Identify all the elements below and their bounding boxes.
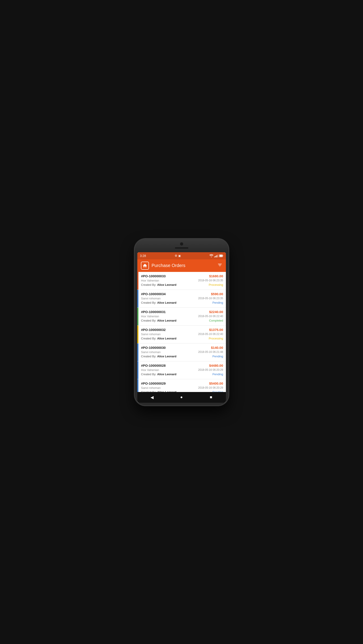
order-amount: $590.00 [183,292,223,296]
order-item[interactable]: #PO-100000029 $5400.00 Sanvi rohoman 201… [137,379,226,392]
app-bar-title: Purchase Orders [152,263,215,268]
order-item[interactable]: #PO-100000028 $4480.00 Hox Vahenian 2018… [137,361,226,379]
phone-frame: 3:28 ⚙ ▣ [135,239,228,406]
camera-dot [180,242,184,246]
order-item[interactable]: #PO-100000034 $590.00 Sanvi rohoman 2018… [137,290,226,308]
bottom-nav: ◀ ● ■ [137,392,226,403]
order-creator: Created By: Alice Leonard [141,283,182,287]
order-content: #PO-100000028 $4480.00 Hox Vahenian 2018… [138,361,226,379]
sim-icon: ▣ [178,254,181,258]
battery-icon [219,254,223,257]
order-date: 2018-05-16 06:20:29 [183,386,223,390]
order-date: 2018-05-16 06:22:40 [183,314,223,319]
order-id: #PO-100000028 [141,364,182,368]
order-status: Pending [183,355,223,359]
order-creator: Created By: Alice Leonard [141,319,182,323]
volume-down-button[interactable] [228,284,228,292]
order-id: #PO-100000034 [141,292,182,296]
speaker-slot [175,247,188,249]
order-vendor: Sanvi rohoman [141,332,182,336]
order-id: #PO-100000030 [141,346,182,350]
order-content: #PO-100000030 $140.00 Sanvi rohoman 2018… [138,344,226,361]
order-item[interactable]: #PO-100000031 $2240.00 Hox Vahenian 2018… [137,308,226,326]
order-item[interactable]: #PO-100000033 $1680.00 Hox Vahenian 2018… [137,272,226,290]
signal-icon [214,254,218,258]
volume-up-button[interactable] [228,272,228,281]
status-right-icons [209,254,223,258]
order-amount: $1680.00 [183,274,223,278]
order-creator: Created By: Alice Leonard [141,390,182,392]
gear-icon: ⚙ [175,254,177,258]
back-button[interactable]: ◀ [148,393,156,402]
app-bar: Purchase Orders [137,260,226,272]
order-amount: $1375.00 [183,328,223,332]
order-status: Pending [183,372,223,376]
order-status: Processing [183,337,223,341]
order-date: 2018-05-16 06:22:40 [183,332,223,336]
order-status: Processing [183,283,223,287]
home-button[interactable]: ● [177,393,186,402]
order-item[interactable]: #PO-100000030 $140.00 Sanvi rohoman 2018… [137,344,226,361]
order-vendor: Sanvi rohoman [141,350,182,354]
status-time: 3:28 [140,254,146,258]
order-status: Completed [183,319,223,323]
order-content: #PO-100000034 $590.00 Sanvi rohoman 2018… [138,290,226,308]
order-vendor: Hox Vahenian [141,368,182,372]
order-id: #PO-100000033 [141,274,182,278]
phone-screen: 3:28 ⚙ ▣ [137,252,226,403]
app-icon [141,262,149,270]
camera-area [175,242,188,249]
order-vendor: Sanvi rohoman [141,386,182,390]
order-amount: $5400.00 [183,382,223,386]
order-vendor: Hox Vahenian [141,279,182,283]
order-creator: Created By: Alice Leonard [141,301,182,305]
order-status: Pending [183,390,223,392]
order-id: #PO-100000029 [141,382,182,386]
order-date: 2018-05-16 06:21:48 [183,350,223,354]
order-content: #PO-100000033 $1680.00 Hox Vahenian 2018… [138,272,226,290]
wifi-icon [209,254,213,258]
status-bar: 3:28 ⚙ ▣ [137,252,226,260]
order-vendor: Hox Vahenian [141,314,182,319]
svg-rect-2 [220,255,222,256]
order-vendor: Sanvi rohoman [141,297,182,301]
order-amount: $140.00 [183,346,223,350]
order-id: #PO-100000031 [141,310,182,314]
order-date: 2018-05-16 06:23:35 [183,279,223,283]
status-icons: ⚙ ▣ [175,254,181,258]
order-content: #PO-100000031 $2240.00 Hox Vahenian 2018… [138,308,226,325]
order-date: 2018-05-16 06:23:35 [183,297,223,301]
order-creator: Created By: Alice Leonard [141,372,182,376]
order-list: #PO-100000033 $1680.00 Hox Vahenian 2018… [137,272,226,392]
order-amount: $4480.00 [183,364,223,368]
order-content: #PO-100000029 $5400.00 Sanvi rohoman 201… [138,379,226,392]
recents-button[interactable]: ■ [207,393,216,402]
order-amount: $2240.00 [183,310,223,314]
filter-icon[interactable] [218,262,222,268]
order-creator: Created By: Alice Leonard [141,355,182,359]
order-date: 2018-05-16 06:20:29 [183,368,223,372]
svg-rect-1 [222,255,223,256]
order-item[interactable]: #PO-100000032 $1375.00 Sanvi rohoman 201… [137,326,226,344]
order-status: Pending [183,301,223,305]
order-id: #PO-100000032 [141,328,182,332]
order-creator: Created By: Alice Leonard [141,337,182,341]
order-content: #PO-100000032 $1375.00 Sanvi rohoman 201… [138,326,226,343]
